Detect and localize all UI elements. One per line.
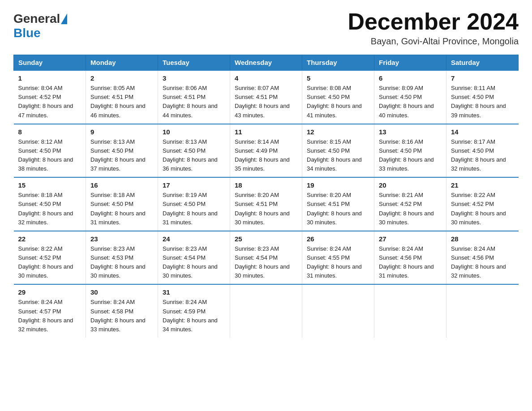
day-cell: 17 Sunrise: 8:19 AMSunset: 4:50 PMDaylig… <box>158 177 230 231</box>
day-number: 30 <box>90 288 153 296</box>
day-info: Sunrise: 8:11 AMSunset: 4:50 PMDaylight:… <box>451 84 514 120</box>
day-number: 4 <box>235 74 297 82</box>
day-cell: 4 Sunrise: 8:07 AMSunset: 4:51 PMDayligh… <box>230 70 302 124</box>
col-header-wednesday: Wednesday <box>230 55 302 71</box>
day-number: 23 <box>90 235 153 243</box>
day-info: Sunrise: 8:18 AMSunset: 4:50 PMDaylight:… <box>90 191 153 227</box>
day-number: 5 <box>307 74 369 82</box>
day-number: 2 <box>90 74 153 82</box>
day-cell: 24 Sunrise: 8:23 AMSunset: 4:54 PMDaylig… <box>158 231 230 285</box>
day-info: Sunrise: 8:21 AMSunset: 4:52 PMDaylight:… <box>379 191 442 227</box>
day-info: Sunrise: 8:16 AMSunset: 4:50 PMDaylight:… <box>379 137 442 174</box>
day-cell: 25 Sunrise: 8:23 AMSunset: 4:54 PMDaylig… <box>230 231 302 285</box>
day-info: Sunrise: 8:20 AMSunset: 4:51 PMDaylight:… <box>307 191 369 227</box>
day-info: Sunrise: 8:15 AMSunset: 4:50 PMDaylight:… <box>307 137 369 174</box>
day-info: Sunrise: 8:13 AMSunset: 4:50 PMDaylight:… <box>90 137 153 174</box>
day-info: Sunrise: 8:08 AMSunset: 4:50 PMDaylight:… <box>307 84 369 120</box>
day-number: 25 <box>235 235 297 243</box>
day-info: Sunrise: 8:24 AMSunset: 4:55 PMDaylight:… <box>307 244 369 281</box>
day-cell: 18 Sunrise: 8:20 AMSunset: 4:51 PMDaylig… <box>230 177 302 231</box>
day-cell: 12 Sunrise: 8:15 AMSunset: 4:50 PMDaylig… <box>302 124 374 178</box>
week-row-5: 29 Sunrise: 8:24 AMSunset: 4:57 PMDaylig… <box>14 284 519 338</box>
day-number: 26 <box>307 235 369 243</box>
day-info: Sunrise: 8:19 AMSunset: 4:50 PMDaylight:… <box>163 191 225 227</box>
day-cell: 5 Sunrise: 8:08 AMSunset: 4:50 PMDayligh… <box>302 70 374 124</box>
day-info: Sunrise: 8:12 AMSunset: 4:50 PMDaylight:… <box>18 137 82 174</box>
day-cell: 15 Sunrise: 8:18 AMSunset: 4:50 PMDaylig… <box>14 177 86 231</box>
day-number: 21 <box>451 181 514 189</box>
day-info: Sunrise: 8:09 AMSunset: 4:50 PMDaylight:… <box>379 84 442 120</box>
day-number: 11 <box>235 128 297 136</box>
day-cell <box>230 284 302 338</box>
day-info: Sunrise: 8:24 AMSunset: 4:59 PMDaylight:… <box>163 298 225 334</box>
day-number: 16 <box>90 181 153 189</box>
day-cell: 20 Sunrise: 8:21 AMSunset: 4:52 PMDaylig… <box>374 177 446 231</box>
day-info: Sunrise: 8:06 AMSunset: 4:51 PMDaylight:… <box>163 84 225 120</box>
day-number: 8 <box>18 128 82 136</box>
header-row: SundayMondayTuesdayWednesdayThursdayFrid… <box>14 55 519 71</box>
day-info: Sunrise: 8:04 AMSunset: 4:52 PMDaylight:… <box>18 84 82 120</box>
day-cell: 29 Sunrise: 8:24 AMSunset: 4:57 PMDaylig… <box>14 284 86 338</box>
day-info: Sunrise: 8:20 AMSunset: 4:51 PMDaylight:… <box>235 191 297 227</box>
logo-general-text: General <box>13 12 60 26</box>
day-number: 7 <box>451 74 514 82</box>
day-cell: 22 Sunrise: 8:22 AMSunset: 4:52 PMDaylig… <box>14 231 86 285</box>
day-cell: 16 Sunrise: 8:18 AMSunset: 4:50 PMDaylig… <box>86 177 158 231</box>
day-number: 19 <box>307 181 369 189</box>
day-number: 24 <box>163 235 225 243</box>
col-header-sunday: Sunday <box>14 55 86 71</box>
week-row-1: 1 Sunrise: 8:04 AMSunset: 4:52 PMDayligh… <box>14 70 519 124</box>
day-number: 14 <box>451 128 514 136</box>
day-number: 6 <box>379 74 442 82</box>
logo: General Blue <box>13 12 68 40</box>
day-info: Sunrise: 8:23 AMSunset: 4:54 PMDaylight:… <box>163 244 225 281</box>
logo-blue-text: Blue <box>13 26 41 40</box>
day-number: 20 <box>379 181 442 189</box>
day-number: 3 <box>163 74 225 82</box>
logo-triangle-icon <box>61 13 67 24</box>
day-info: Sunrise: 8:22 AMSunset: 4:52 PMDaylight:… <box>18 244 82 281</box>
location-subtitle: Bayan, Govi-Altai Province, Mongolia <box>348 36 519 47</box>
week-row-3: 15 Sunrise: 8:18 AMSunset: 4:50 PMDaylig… <box>14 177 519 231</box>
day-cell: 6 Sunrise: 8:09 AMSunset: 4:50 PMDayligh… <box>374 70 446 124</box>
day-cell: 28 Sunrise: 8:24 AMSunset: 4:56 PMDaylig… <box>446 231 519 285</box>
day-cell: 27 Sunrise: 8:24 AMSunset: 4:56 PMDaylig… <box>374 231 446 285</box>
day-number: 22 <box>18 235 82 243</box>
day-cell: 11 Sunrise: 8:14 AMSunset: 4:49 PMDaylig… <box>230 124 302 178</box>
day-cell: 8 Sunrise: 8:12 AMSunset: 4:50 PMDayligh… <box>14 124 86 178</box>
day-number: 15 <box>18 181 82 189</box>
page-header: General Blue December 2024 Bayan, Govi-A… <box>13 9 519 47</box>
title-block: December 2024 Bayan, Govi-Altai Province… <box>348 9 519 47</box>
day-cell <box>302 284 374 338</box>
day-cell: 19 Sunrise: 8:20 AMSunset: 4:51 PMDaylig… <box>302 177 374 231</box>
col-header-thursday: Thursday <box>302 55 374 71</box>
day-number: 10 <box>163 128 225 136</box>
col-header-monday: Monday <box>86 55 158 71</box>
month-title: December 2024 <box>348 9 519 34</box>
day-cell <box>374 284 446 338</box>
day-number: 18 <box>235 181 297 189</box>
week-row-4: 22 Sunrise: 8:22 AMSunset: 4:52 PMDaylig… <box>14 231 519 285</box>
day-cell <box>446 284 519 338</box>
day-number: 9 <box>90 128 153 136</box>
day-cell: 3 Sunrise: 8:06 AMSunset: 4:51 PMDayligh… <box>158 70 230 124</box>
day-number: 27 <box>379 235 442 243</box>
day-info: Sunrise: 8:13 AMSunset: 4:50 PMDaylight:… <box>163 137 225 174</box>
day-info: Sunrise: 8:24 AMSunset: 4:56 PMDaylight:… <box>379 244 442 281</box>
col-header-friday: Friday <box>374 55 446 71</box>
day-info: Sunrise: 8:24 AMSunset: 4:57 PMDaylight:… <box>18 298 82 334</box>
day-info: Sunrise: 8:24 AMSunset: 4:56 PMDaylight:… <box>451 244 514 281</box>
day-info: Sunrise: 8:17 AMSunset: 4:50 PMDaylight:… <box>451 137 514 174</box>
day-cell: 21 Sunrise: 8:22 AMSunset: 4:52 PMDaylig… <box>446 177 519 231</box>
day-cell: 23 Sunrise: 8:23 AMSunset: 4:53 PMDaylig… <box>86 231 158 285</box>
day-info: Sunrise: 8:07 AMSunset: 4:51 PMDaylight:… <box>235 84 297 120</box>
day-number: 28 <box>451 235 514 243</box>
day-number: 13 <box>379 128 442 136</box>
day-info: Sunrise: 8:23 AMSunset: 4:53 PMDaylight:… <box>90 244 153 281</box>
day-cell: 30 Sunrise: 8:24 AMSunset: 4:58 PMDaylig… <box>86 284 158 338</box>
day-cell: 13 Sunrise: 8:16 AMSunset: 4:50 PMDaylig… <box>374 124 446 178</box>
day-cell: 10 Sunrise: 8:13 AMSunset: 4:50 PMDaylig… <box>158 124 230 178</box>
day-number: 17 <box>163 181 225 189</box>
day-number: 12 <box>307 128 369 136</box>
day-number: 31 <box>163 288 225 296</box>
